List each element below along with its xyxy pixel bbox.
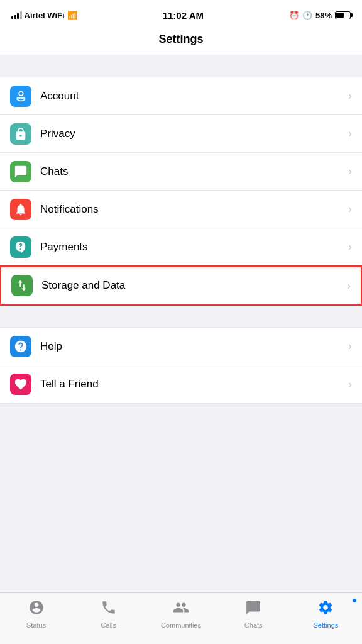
status-left: Airtel WiFi 📶 [11, 11, 77, 20]
chats-icon [10, 161, 31, 182]
status-tab-label: Status [26, 621, 46, 629]
tab-calls[interactable]: Calls [72, 599, 145, 629]
communities-tab-label: Communities [161, 621, 201, 629]
settings-section-support: Help › Tell a Friend › [0, 327, 362, 404]
chats-chevron: › [348, 165, 352, 178]
account-chevron: › [348, 89, 352, 103]
settings-row-tell-friend[interactable]: Tell a Friend › [0, 365, 362, 403]
signal-bars-icon [11, 11, 22, 19]
settings-section-main: Account › Privacy › Chats › Notification… [0, 77, 362, 306]
settings-row-payments[interactable]: Payments › [0, 228, 362, 266]
privacy-chevron: › [348, 127, 352, 140]
tell-friend-icon [10, 374, 31, 395]
carrier-label: Airtel WiFi [25, 11, 65, 20]
section-gap-1 [0, 55, 362, 77]
storage-chevron: › [347, 279, 351, 292]
communities-tab-icon [173, 599, 189, 619]
notifications-chevron: › [348, 203, 352, 216]
tab-settings[interactable]: Settings [290, 599, 362, 629]
alarm-icon: ⏰ [289, 11, 299, 20]
tab-bar: Status Calls Communities Chats Settings [0, 592, 362, 644]
help-chevron: › [348, 340, 352, 353]
settings-row-help[interactable]: Help › [0, 328, 362, 365]
settings-tab-icon [317, 599, 334, 619]
status-bar: Airtel WiFi 📶 11:02 AM ⏰ 🕐 58% [0, 0, 362, 28]
settings-row-storage[interactable]: Storage and Data › [0, 265, 362, 306]
payments-chevron: › [348, 240, 352, 253]
clock-icon: 🕐 [302, 11, 312, 20]
chats-tab-label: Chats [244, 621, 263, 629]
settings-row-account[interactable]: Account › [0, 77, 362, 115]
status-right: ⏰ 🕐 58% [289, 11, 351, 20]
tell-friend-label: Tell a Friend [40, 378, 348, 391]
calls-tab-icon [101, 599, 117, 619]
storage-label: Storage and Data [41, 279, 347, 292]
tab-status[interactable]: Status [0, 599, 72, 629]
page-title: Settings [10, 33, 352, 46]
help-label: Help [40, 340, 348, 353]
calls-tab-label: Calls [101, 621, 116, 629]
status-tab-icon [28, 599, 45, 619]
payments-icon [10, 236, 31, 258]
storage-icon [11, 275, 33, 296]
notifications-icon [10, 199, 31, 220]
page-title-bar: Settings [0, 28, 362, 55]
chats-label: Chats [40, 165, 348, 178]
chats-tab-icon [245, 599, 261, 619]
wifi-icon: 📶 [67, 11, 77, 20]
tab-chats[interactable]: Chats [217, 599, 290, 629]
settings-row-notifications[interactable]: Notifications › [0, 191, 362, 228]
section-gap-2 [0, 306, 362, 327]
battery-icon [335, 11, 351, 19]
payments-label: Payments [40, 241, 348, 253]
notifications-label: Notifications [40, 203, 348, 216]
status-time: 11:02 AM [163, 10, 204, 21]
tell-friend-chevron: › [348, 378, 352, 391]
account-label: Account [40, 90, 348, 103]
settings-row-privacy[interactable]: Privacy › [0, 115, 362, 153]
settings-tab-label: Settings [314, 621, 339, 629]
battery-percent: 58% [315, 11, 332, 20]
help-icon [10, 336, 31, 357]
main-content: Account › Privacy › Chats › Notification… [0, 55, 362, 460]
tab-communities[interactable]: Communities [145, 599, 217, 629]
settings-row-chats[interactable]: Chats › [0, 153, 362, 191]
account-icon [10, 86, 31, 107]
privacy-label: Privacy [40, 128, 348, 140]
privacy-icon [10, 123, 31, 145]
